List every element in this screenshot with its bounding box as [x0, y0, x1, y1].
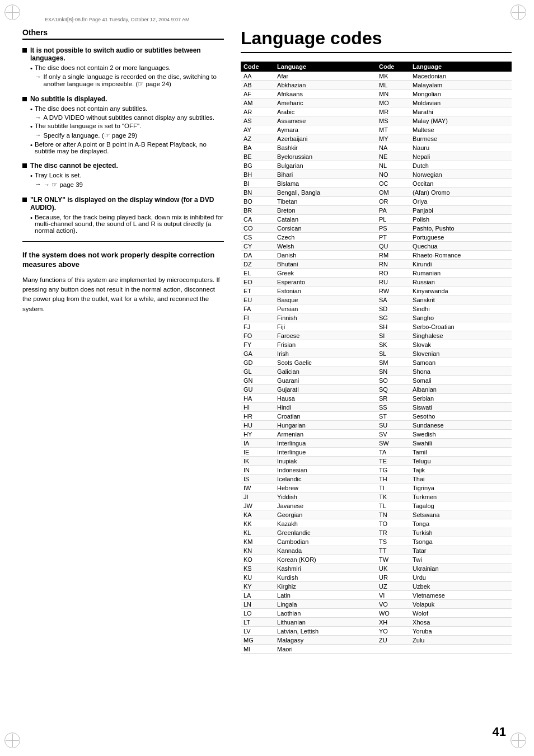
code-cell-right: PL: [376, 215, 410, 224]
code-cell-left: EU: [241, 295, 274, 304]
code-cell-left: FO: [241, 331, 274, 340]
table-row: GL Galician SN Shona: [241, 367, 512, 376]
arrow-item-2-1: → A DVD VIDEO without subtitles cannot d…: [35, 114, 224, 121]
lang-cell-right: Mongolian: [410, 90, 512, 98]
code-cell-left: KK: [241, 519, 274, 528]
code-cell-right: SR: [376, 394, 410, 403]
lang-cell-right: Norwegian: [410, 170, 512, 179]
lang-cell-left: Corsican: [274, 224, 376, 233]
code-cell-left: GN: [241, 376, 274, 385]
bullet-content-2: No subtitle is displayed. • The disc doe…: [30, 95, 224, 156]
code-cell-left: DA: [241, 251, 274, 260]
sub-bullet-2-3: • Before or after A point or B point in …: [30, 141, 224, 154]
lang-cell-right: Sangho: [410, 313, 512, 322]
lang-cell-left: Croatian: [274, 412, 376, 421]
table-row: FA Persian SD Sindhi: [241, 304, 512, 313]
code-cell-right: TA: [376, 448, 410, 457]
lang-cell-right: Sesotho: [410, 412, 512, 421]
table-row: DA Danish RM Rhaeto-Romance: [241, 251, 512, 260]
code-cell-left: JW: [241, 501, 274, 510]
file-header: EXA1mkII[B]-06.fm Page 41 Tuesday, Octob…: [45, 17, 512, 22]
lang-cell-right: Oriya: [410, 197, 512, 206]
lang-cell-left: Catalan: [274, 215, 376, 224]
table-row: LV Latvian, Lettish YO Yoruba: [241, 627, 512, 636]
table-row: IE Interlingue TA Tamil: [241, 448, 512, 457]
corner-mark-tr: [512, 6, 528, 22]
lang-cell-left: Latin: [274, 591, 376, 600]
lang-cell-left: Bashkir: [274, 143, 376, 152]
code-cell-left: AF: [241, 90, 274, 98]
table-row: LT Lithuanian XH Xhosa: [241, 618, 512, 627]
code-cell-right: SI: [376, 331, 410, 340]
code-cell-left: CY: [241, 242, 274, 251]
code-cell-left: HA: [241, 394, 274, 403]
code-cell-left: HI: [241, 403, 274, 412]
bullet-item-2: No subtitle is displayed. • The disc doe…: [22, 95, 224, 156]
code-cell-right: RM: [376, 251, 410, 260]
code-cell-left: MI: [241, 645, 274, 654]
code-cell-left: FA: [241, 304, 274, 313]
lang-cell-right: Polish: [410, 215, 512, 224]
lang-cell-right: Kirundi: [410, 260, 512, 269]
lang-cell-right: Panjabi: [410, 206, 512, 215]
code-cell-left: BI: [241, 179, 274, 188]
table-row: DZ Bhutani RN Kirundi: [241, 260, 512, 269]
code-cell-left: IA: [241, 439, 274, 448]
lang-cell-left: Frisian: [274, 340, 376, 349]
lang-cell-left: Czech: [274, 233, 376, 242]
lang-cell-left: Kazakh: [274, 519, 376, 528]
table-row: MG Malagasy ZU Zulu: [241, 636, 512, 645]
arrow-icon-2-1: →: [35, 114, 41, 121]
sub-section-heading: If the system does not work properly des…: [22, 251, 224, 270]
lang-cell-left: Bulgarian: [274, 161, 376, 170]
code-cell-left: EL: [241, 269, 274, 278]
arrow-icon-2-2: →: [35, 132, 41, 139]
bullet-square-3: [22, 163, 27, 168]
lang-cell-right: Pashto, Pushto: [410, 224, 512, 233]
code-cell-right: ML: [376, 81, 410, 90]
lang-cell-left: Cambodian: [274, 537, 376, 546]
code-cell-right: SL: [376, 349, 410, 358]
lang-cell-right: Nepali: [410, 152, 512, 161]
table-row: KA Georgian TN Setswana: [241, 510, 512, 519]
code-cell-left: BA: [241, 143, 274, 152]
sub-bullets-4: • Because, for the track being played ba…: [30, 214, 224, 234]
code-cell-right: RW: [376, 287, 410, 295]
lang-cell-right: [410, 645, 512, 654]
lang-cell-right: Sanskrit: [410, 295, 512, 304]
lang-cell-left: Malagasy: [274, 636, 376, 645]
lang-cell-right: (Afan) Oromo: [410, 188, 512, 197]
table-row: AB Abkhazian ML Malayalam: [241, 81, 512, 90]
table-row: HU Hungarian SU Sundanese: [241, 421, 512, 430]
code-cell-left: IE: [241, 448, 274, 457]
lang-cell-left: Lithuanian: [274, 618, 376, 627]
lang-cell-right: Serbian: [410, 394, 512, 403]
table-row: HR Croatian ST Sesotho: [241, 412, 512, 421]
lang-cell-right: Malay (MAY): [410, 116, 512, 125]
code-cell-right: WO: [376, 609, 410, 618]
code-cell-right: TL: [376, 501, 410, 510]
code-cell-right: OM: [376, 188, 410, 197]
lang-cell-left: Gujarati: [274, 385, 376, 394]
lang-cell-left: Arabic: [274, 107, 376, 116]
sub-bullet-text-1-1: The disc does not contain 2 or more lang…: [35, 64, 171, 72]
code-cell-left: FY: [241, 340, 274, 349]
body-text: Many functions of this system are implem…: [22, 275, 224, 314]
arrow-text-1-1: If only a single language is recorded on…: [44, 73, 224, 88]
sub-bullet-3-1: • Tray Lock is set.: [30, 172, 224, 179]
lang-cell-right: Occitan: [410, 179, 512, 188]
table-header-row: Code Language Code Language: [241, 62, 512, 72]
page-title: Language codes: [241, 28, 512, 53]
sub-dot-2-2: •: [30, 123, 32, 130]
lang-cell-left: Esperanto: [274, 278, 376, 287]
code-cell-right: UR: [376, 573, 410, 582]
code-cell-right: TH: [376, 475, 410, 483]
code-cell-left: KU: [241, 573, 274, 582]
code-cell-left: LV: [241, 627, 274, 636]
code-cell-right: TO: [376, 519, 410, 528]
sub-dot-3-1: •: [30, 172, 32, 179]
sub-dot-2-3: •: [30, 142, 32, 154]
lang-cell-left: Georgian: [274, 510, 376, 519]
code-cell-left: AA: [241, 72, 274, 81]
arrow-text-3-1: → ☞ page 39: [44, 181, 83, 189]
